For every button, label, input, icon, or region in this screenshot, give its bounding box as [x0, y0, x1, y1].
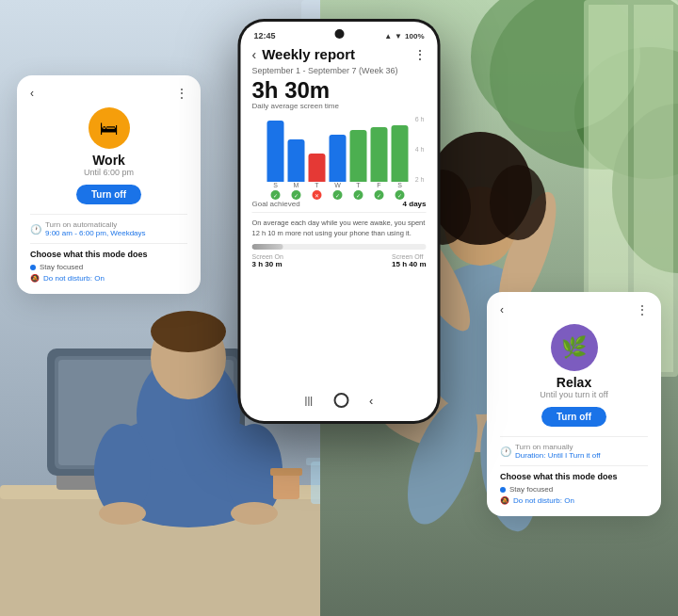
- feature-dot: [30, 265, 36, 270]
- relax-duration-value: Duration: Until I Turn it off: [515, 451, 601, 460]
- goal-achieved-row: Goal achieved 4 days: [252, 200, 427, 213]
- bar-tue: [309, 154, 326, 182]
- dnd-icon: 🔕: [30, 274, 40, 283]
- phone-screen: 12:45 ▲ ▼ 100% ‹ Weekly report ⋮ Septemb…: [241, 22, 438, 421]
- menu-button[interactable]: ⋮: [413, 47, 427, 62]
- signal-icon: ▲: [384, 32, 392, 41]
- relax-auto-label: Turn on manually: [515, 443, 601, 451]
- x-label-t: T: [309, 182, 326, 188]
- auto-label: Turn on automatically: [45, 220, 146, 229]
- phone-content: ‹ Weekly report ⋮ September 1 - Septembe…: [241, 42, 438, 268]
- bar-sun: [267, 121, 284, 182]
- dnd-row: 🔕 Do not disturb: On: [30, 274, 187, 283]
- screen-times-row: Screen On 3 h 30 m Screen Off 15 h 40 m: [252, 253, 427, 268]
- screen-time-value: 3h 30m: [252, 79, 427, 102]
- work-mode-icon: 🛏: [89, 107, 130, 149]
- x-label-s2: S: [392, 182, 409, 188]
- work-mode-subtitle: Until 6:00 pm: [30, 168, 187, 177]
- chart-bars: [252, 116, 427, 182]
- phone-camera: [334, 29, 344, 39]
- goal-value: 4 days: [403, 200, 427, 208]
- work-turn-off-button[interactable]: Turn off: [76, 185, 141, 204]
- wifi-icon: ▼: [395, 32, 402, 41]
- svg-point-15: [231, 502, 278, 525]
- svg-point-35: [490, 165, 546, 240]
- svg-rect-19: [270, 468, 302, 476]
- goal-icon-f: ✓: [371, 190, 388, 200]
- date-range: September 1 - September 7 (Week 36): [252, 66, 427, 75]
- dnd-label: Do not disturb: On: [43, 274, 105, 283]
- relax-mode-subtitle: Until you turn it off: [500, 390, 648, 399]
- relax-dnd-label: Do not disturb: On: [513, 496, 574, 505]
- screen-off-group: Screen Off 15 h 40 m: [392, 253, 426, 268]
- x-label-f: F: [371, 182, 388, 188]
- nav-back-icon[interactable]: ‹: [369, 394, 373, 408]
- work-mode-card: ‹ ⋮ 🛏 Work Until 6:00 pm Turn off 🕐 Turn…: [17, 75, 201, 294]
- battery-icon: 100%: [405, 32, 424, 41]
- relax-feature-dot: [500, 487, 506, 493]
- bar-thu: [350, 130, 367, 182]
- y-label-4h: 4 h: [415, 146, 425, 153]
- relax-mode-card: ‹ ⋮ 🌿 Relax Until you turn it off Turn o…: [487, 292, 661, 516]
- chart-goal-icons: ✓ ✓ ✕ ✓ ✓ ✓ ✓: [252, 190, 427, 200]
- y-label-2h: 2 h: [415, 176, 425, 183]
- status-time: 12:45: [254, 31, 276, 41]
- card-right-back[interactable]: ‹: [500, 303, 504, 316]
- chart-x-axis: S M T W T F S: [252, 182, 427, 188]
- screen-on-label: Screen On: [252, 253, 283, 260]
- relax-stay-focused-label: Stay focused: [509, 485, 553, 494]
- nav-home-icon[interactable]: [333, 393, 348, 408]
- back-button[interactable]: ‹: [252, 47, 257, 62]
- relax-stay-focused-row: Stay focused: [500, 485, 648, 494]
- bar-fri: [371, 127, 388, 182]
- y-label-6h: 6 h: [415, 116, 425, 122]
- auto-schedule-row: 🕐 Turn on automatically 9:00 am - 6:00 p…: [30, 220, 187, 237]
- screen-on-group: Screen On 3 h 30 m: [252, 253, 283, 268]
- bar-sat: [392, 125, 409, 182]
- card-left-menu[interactable]: ⋮: [176, 87, 187, 100]
- choose-section-title: Choose what this mode does: [30, 250, 187, 259]
- relax-divider-2: [500, 465, 648, 466]
- stay-focused-row: Stay focused: [30, 263, 187, 271]
- work-icon-symbol: 🛏: [100, 118, 119, 139]
- x-label-w: W: [330, 182, 347, 188]
- x-label-t2: T: [350, 182, 367, 188]
- usage-chart: 6 h 4 h 2 h S M T W: [252, 116, 427, 196]
- screen-time-label: Daily average screen time: [252, 102, 427, 110]
- card-left-back[interactable]: ‹: [30, 87, 34, 100]
- relax-auto-row: 🕐 Turn on manually Duration: Until I Tur…: [500, 443, 648, 460]
- goal-icon-th: ✓: [350, 190, 367, 200]
- screen-off-value: 15 h 40 m: [392, 260, 426, 268]
- relax-mode-icon: 🌿: [551, 324, 598, 371]
- card-right-menu[interactable]: ⋮: [637, 303, 648, 316]
- relax-dnd-row: 🔕 Do not disturb: On: [500, 496, 648, 505]
- goal-icon-m: ✓: [288, 190, 305, 200]
- relax-clock-icon: 🕐: [500, 446, 511, 457]
- work-mode-title: Work: [30, 153, 187, 168]
- auto-value: 9:00 am - 6:00 pm, Weekdays: [45, 229, 146, 237]
- phone-center: 12:45 ▲ ▼ 100% ‹ Weekly report ⋮ Septemb…: [238, 19, 441, 424]
- nav-bar: ||| ‹: [241, 387, 438, 413]
- goal-icon-sa: ✓: [392, 190, 409, 200]
- screen-on-value: 3 h 30 m: [252, 260, 283, 268]
- goal-icon-s: ✓: [267, 190, 284, 200]
- relax-dnd-icon: 🔕: [500, 496, 509, 505]
- relax-turn-off-button[interactable]: Turn off: [541, 407, 606, 427]
- bar-wed: [330, 135, 347, 182]
- usage-description: On average each day while you were awake…: [252, 219, 427, 238]
- nav-menu-icon[interactable]: |||: [305, 395, 314, 406]
- relax-section-title: Choose what this mode does: [500, 472, 648, 481]
- divider-1: [30, 214, 187, 215]
- screen-off-label: Screen Off: [392, 253, 426, 260]
- card-right-header: ‹ ⋮: [500, 303, 648, 316]
- relax-mode-title: Relax: [500, 375, 648, 390]
- screen-on-fill: [252, 244, 283, 250]
- x-label-s: S: [267, 182, 284, 188]
- goal-label: Goal achieved: [252, 200, 300, 208]
- card-left-header: ‹ ⋮: [30, 87, 187, 100]
- relax-divider-1: [500, 436, 648, 437]
- clock-icon: 🕐: [30, 224, 41, 235]
- screen-title: Weekly report: [262, 46, 412, 62]
- goal-icon-w: ✓: [330, 190, 347, 200]
- x-label-m: M: [288, 182, 305, 188]
